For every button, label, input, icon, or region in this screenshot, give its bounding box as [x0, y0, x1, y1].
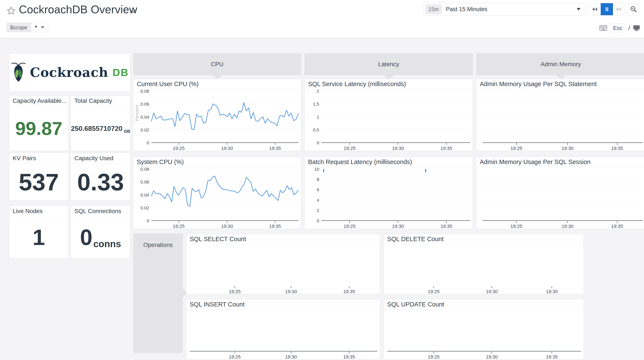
chart-widget-admin-memory-session: Admin Memory Usage Per SQL Session 19:25…	[476, 157, 644, 229]
chart-title: Batch Request Latency (milliseconds)	[305, 157, 473, 167]
keyboard-icon[interactable]	[600, 25, 607, 31]
chart-title: SQL DELETE Count	[384, 234, 584, 244]
dashboard-title: CockroachDB Overview	[19, 3, 137, 16]
slash-key-hint: /	[628, 25, 630, 31]
time-range-label: Past 15 Minutes	[446, 6, 577, 13]
metric-total-capacity[interactable]: Total Capacity 250.6855710720GB	[71, 95, 130, 151]
zoom-out-icon	[630, 6, 637, 13]
group-title: Admin Memory	[541, 61, 581, 68]
chart-plot-sql-service-latency[interactable]: 00.511.5219:2519:3019:35	[305, 89, 473, 151]
chart-title: SQL INSERT Count	[186, 299, 380, 310]
chart-plot-admin-memory-session[interactable]: 19:2519:3019:35	[476, 167, 644, 229]
chart-widget-sql-update-count: SQL UPDATE Count 19:2519:3019:35	[384, 299, 584, 360]
time-range-badge: 15m	[426, 4, 442, 14]
logo-wordmark: Cockroach	[30, 65, 108, 80]
time-range-picker[interactable]: 15m Past 15 Minutes	[423, 3, 586, 15]
metric-title: KV Pairs	[9, 153, 68, 164]
metric-value: 0.33	[71, 164, 130, 200]
logo-suffix: DB	[112, 67, 129, 78]
group-header-admin-memory[interactable]: Admin Memory	[476, 53, 644, 75]
metric-unit: GB	[124, 129, 130, 134]
chart-title: System CPU (%)	[133, 157, 301, 167]
chart-plot-sql-insert-count[interactable]: 19:2519:3019:35	[186, 309, 380, 359]
rewind-button[interactable]	[588, 3, 601, 15]
group-header-operations[interactable]: Operations	[133, 233, 183, 353]
chart-widget-admin-memory-statement: Admin Memory Usage Per SQL Statement 19:…	[476, 79, 644, 151]
metric-kv-pairs[interactable]: KV Pairs 537	[9, 153, 68, 201]
group-header-latency[interactable]: Latency	[304, 53, 473, 75]
metric-title: Capacity Available...	[9, 95, 68, 106]
metric-capacity-available[interactable]: Capacity Available... 99.87	[9, 95, 68, 151]
chart-plot-sql-update-count[interactable]: 19:2519:3019:35	[384, 309, 584, 359]
chart-widget-sql-insert-count: SQL INSERT Count 19:2519:3019:35	[186, 299, 380, 360]
top-bar: CockroachDB Overview 15m Past 15 Minutes…	[0, 0, 644, 38]
chart-title: SQL SELECT Count	[186, 234, 380, 244]
chart-plot-system-cpu[interactable]: 00.020.040.060.0819:2519:3019:35	[133, 167, 301, 229]
fast-forward-button[interactable]	[613, 3, 625, 15]
metric-value: 99.87	[9, 106, 68, 151]
time-range-caret-icon	[577, 8, 580, 10]
metric-value: 250.6855710720GB	[71, 106, 130, 151]
chart-title: SQL UPDATE Count	[384, 299, 584, 310]
chart-title: SQL Service Latency (milliseconds)	[305, 79, 473, 89]
scope-variable-label: $scope	[7, 23, 31, 32]
esc-key-hint: Esc	[610, 23, 625, 33]
chart-plot-sql-select-count[interactable]: 19:2519:3019:35	[186, 244, 380, 294]
template-variable-scope[interactable]: $scope *	[6, 23, 48, 32]
chart-title: Current User CPU (%)	[133, 79, 301, 89]
chart-plot-batch-request-latency[interactable]: 024681019:2519:3019:35	[305, 167, 473, 229]
scope-caret-icon	[41, 26, 44, 28]
rewind-icon	[592, 6, 598, 12]
group-title: Latency	[378, 61, 399, 68]
metric-title: SQL Connections	[71, 206, 130, 217]
title-chevron-down-icon[interactable]	[130, 9, 136, 14]
scope-variable-value[interactable]: *	[31, 23, 48, 32]
pause-button[interactable]	[601, 3, 613, 15]
chart-widget-sql-select-count: SQL SELECT Count 19:2519:3019:35	[186, 234, 380, 294]
metric-value: 1	[9, 217, 68, 258]
chart-widget-batch-request-latency: Batch Request Latency (milliseconds) 024…	[304, 157, 473, 229]
scope-value-text: *	[35, 24, 37, 31]
metric-value: 0conns	[71, 217, 130, 258]
metric-capacity-used[interactable]: Capacity Used 0.33	[71, 153, 130, 201]
group-title: CPU	[211, 61, 224, 68]
chart-widget-current-user-cpu: Current User CPU (%) 00.020.040.060.0819…	[133, 79, 301, 151]
group-header-cpu[interactable]: CPU	[133, 53, 301, 75]
chart-plot-current-user-cpu[interactable]: 00.020.040.060.0819:2519:3019:35Percent	[133, 89, 301, 151]
favorite-star-icon[interactable]	[6, 6, 16, 16]
playback-controls	[588, 3, 625, 15]
chart-widget-sql-service-latency: SQL Service Latency (milliseconds) 00.51…	[304, 79, 473, 151]
metric-value: 537	[9, 164, 68, 200]
cockroachdb-logo-card: Cockroach DB	[9, 53, 130, 91]
chart-plot-sql-delete-count[interactable]: 19:2519:3019:35	[384, 244, 584, 294]
zoom-out-button[interactable]	[628, 3, 639, 15]
dashboard-canvas: Cockroach DB Capacity Available... 99.87…	[0, 38, 644, 360]
metric-sql-connections[interactable]: SQL Connections 0conns	[71, 206, 130, 259]
group-title: Operations	[144, 242, 173, 248]
metric-title: Live Nodes	[9, 206, 68, 217]
metric-live-nodes[interactable]: Live Nodes 1	[9, 206, 68, 259]
tv-mode-icon[interactable]	[633, 25, 640, 31]
chart-title: Admin Memory Usage Per SQL Session	[476, 157, 644, 167]
shortcut-hints: Esc /	[600, 23, 640, 33]
chart-title: Admin Memory Usage Per SQL Statement	[476, 79, 644, 89]
chart-plot-admin-memory-statement[interactable]: 19:2519:3019:35	[476, 89, 644, 151]
chart-widget-system-cpu: System CPU (%) 00.020.040.060.0819:2519:…	[133, 157, 301, 229]
cockroach-bug-icon	[11, 62, 26, 83]
metric-title: Capacity Used	[71, 153, 130, 164]
chart-widget-sql-delete-count: SQL DELETE Count 19:2519:3019:35	[384, 234, 584, 294]
fast-forward-icon	[616, 6, 622, 12]
metric-unit: conns	[93, 239, 121, 249]
pause-icon	[604, 6, 610, 12]
metric-title: Total Capacity	[71, 95, 130, 106]
